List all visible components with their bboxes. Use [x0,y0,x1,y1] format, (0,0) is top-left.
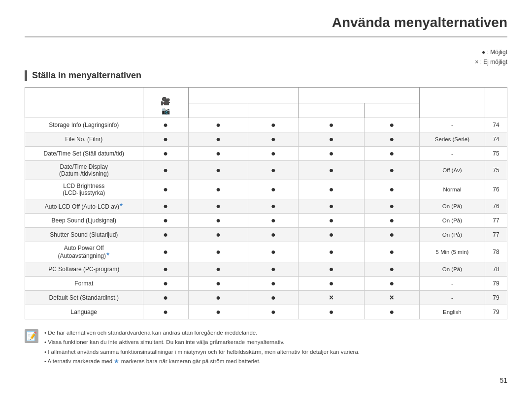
enk-foto-cell: ● [364,213,419,227]
min-video-cell: ● [188,160,248,180]
std-cell: On (På) [419,213,485,227]
enk-video-cell: ● [299,227,364,242]
min-foto-cell: ● [248,262,299,276]
row-label: Storage Info (Lagringsinfo) [25,118,143,132]
table-row: Beep Sound (Ljudsignal)●●●●●On (På)77 [25,213,507,227]
enk-foto-cell: ● [364,276,419,290]
min-foto-cell: ● [248,160,299,180]
col-enk-foto: Foto [364,103,419,118]
page-cell: 78 [485,242,507,262]
min-foto-cell: ● [248,146,299,160]
enk-video-cell: ● [299,305,364,319]
col-min-video: Video [188,103,248,118]
page-cell: 74 [485,132,507,146]
col-min-foto: Foto [248,103,299,118]
row-label: Auto LCD Off (Auto-LCD av)★ [25,199,143,213]
row-label: Date/Time Display(Datum-/tidvisning) [25,160,143,180]
table-row: File No. (Filnr)●●●●●Series (Serie)74 [25,132,507,146]
enk-foto-cell: ● [364,199,419,213]
row-label: Shutter Sound (Slutarljud) [25,227,143,242]
enk-foto-cell: ● [364,305,419,319]
col-uppspelning-enkel: Uppspelningsläge (Enkel visning) [299,87,419,103]
row-label: Auto Power Off(Autoavstängning)★ [25,242,143,262]
min-video-cell: ● [188,262,248,276]
min-video-cell: ● [188,290,248,305]
page-number: 51 [25,376,507,384]
std-cell: English [419,305,485,319]
rec-cell: ● [143,180,188,199]
min-video-cell: ● [188,276,248,290]
rec-cell: ● [143,160,188,180]
min-video-cell: ● [188,227,248,242]
min-video-cell: ● [188,146,248,160]
table-row: Language●●●●●English79 [25,305,507,319]
enk-foto-cell: ● [364,242,419,262]
photo-camera-icon: 📷 [162,107,170,115]
table-row: PC Software (PC-program)●●●●●On (På)78 [25,262,507,276]
std-cell: On (På) [419,199,485,213]
notes-list: De här alternativen och standardvärdena … [44,328,360,367]
min-video-cell: ● [188,132,248,146]
std-cell: Off (Av) [419,160,485,180]
std-cell: On (På) [419,262,485,276]
std-cell: - [419,290,485,305]
table-row: Auto LCD Off (Auto-LCD av)★●●●●●On (På)7… [25,199,507,213]
rec-cell: ● [143,213,188,227]
enk-foto-cell: ● [364,146,419,160]
page-cell: 79 [485,290,507,305]
enk-video-cell: ● [299,160,364,180]
rec-cell: ● [143,242,188,262]
notes-section: 📝 De här alternativen och standardvärden… [25,328,507,367]
min-foto-cell: ● [248,305,299,319]
enk-video-cell: ● [299,118,364,132]
page-cell: 75 [485,160,507,180]
table-row: Format●●●●●-79 [25,276,507,290]
table-row: Shutter Sound (Slutarljud)●●●●●On (På)77 [25,227,507,242]
rec-cell: ● [143,290,188,305]
row-label: File No. (Filnr) [25,132,143,146]
col-alternativ: Alternativ [25,87,143,118]
min-video-cell: ● [188,199,248,213]
col-inspelning: Inspelningsläge 🎥 📷 [143,87,188,118]
table-row: Default Set (Standardinst.)●●●××-79 [25,290,507,305]
page-cell: 76 [485,180,507,199]
table-row: Storage Info (Lagringsinfo)●●●●●-74 [25,118,507,132]
page-cell: 75 [485,146,507,160]
col-standardvarden: Standardvärden [419,87,485,118]
row-label: PC Software (PC-program) [25,262,143,276]
row-label: Beep Sound (Ljudsignal) [25,213,143,227]
enk-video-cell: ● [299,180,364,199]
std-cell: - [419,146,485,160]
col-uppspelning-min: Uppspelningsläge (Miniatyrvy) [188,87,299,103]
table-row: LCD Brightness(LCD-ljusstyrka)●●●●●Norma… [25,180,507,199]
std-cell: On (På) [419,227,485,242]
std-cell: - [419,118,485,132]
legend: ● : Möjligt × : Ej möjligt [25,47,507,67]
video-camera-icon: 🎥 [161,96,170,106]
min-video-cell: ● [188,242,248,262]
enk-video-cell: ● [299,199,364,213]
table-row: Auto Power Off(Autoavstängning)★●●●●●5 M… [25,242,507,262]
std-cell: Series (Serie) [419,132,485,146]
enk-video-cell: ● [299,213,364,227]
min-foto-cell: ● [248,132,299,146]
min-foto-cell: ● [248,290,299,305]
rec-cell: ● [143,305,188,319]
min-video-cell: ● [188,213,248,227]
rec-cell: ● [143,227,188,242]
row-label: Language [25,305,143,319]
enk-video-cell: ● [299,242,364,262]
col-enk-video: Video [299,103,364,118]
table-row: Date/Time Set (Ställ datum/tid)●●●●●-75 [25,146,507,160]
table-row: Date/Time Display(Datum-/tidvisning)●●●●… [25,160,507,180]
col-sidan: Sidan [485,87,507,118]
row-label: LCD Brightness(LCD-ljusstyrka) [25,180,143,199]
page-cell: 78 [485,262,507,276]
enk-foto-cell: × [364,290,419,305]
rec-cell: ● [143,199,188,213]
page-title: Använda menyalternativen [25,15,507,37]
enk-foto-cell: ● [364,118,419,132]
rec-cell: ● [143,276,188,290]
section-title: Ställa in menyalternativen [25,70,507,81]
page-cell: 79 [485,276,507,290]
